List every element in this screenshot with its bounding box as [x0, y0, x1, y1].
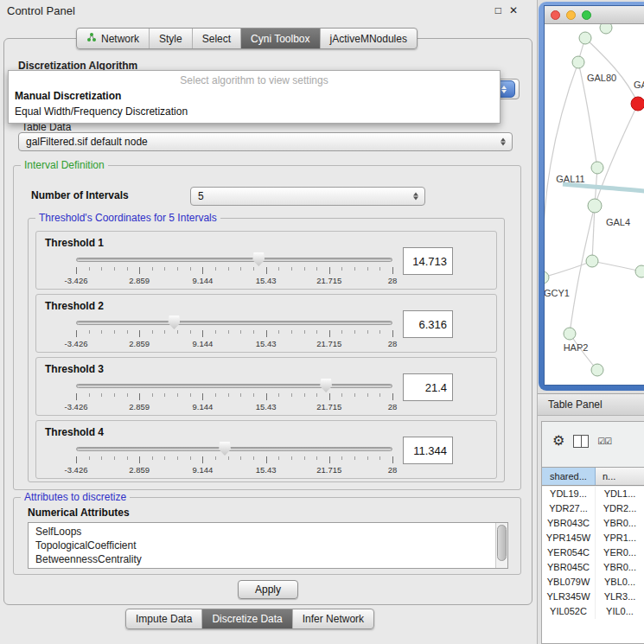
network-node-hap2[interactable] [564, 328, 576, 340]
table-row[interactable]: YER054CYER0... [542, 545, 644, 560]
threshold-4-value-field[interactable]: 11.344 [403, 437, 453, 464]
threshold-3-slider-thumb[interactable] [320, 379, 332, 392]
slider-tick-marks [76, 330, 393, 337]
float-window-icon[interactable]: □ [495, 4, 501, 22]
tab-impute-data[interactable]: Impute Data [126, 609, 201, 628]
cell[interactable]: YLR345W [542, 590, 596, 604]
node-label: GCY1 [545, 288, 570, 298]
table-row[interactable]: YLR345WYLR3... [542, 590, 644, 604]
control-panel: Control Panel □ ✕ Network Style Select C… [0, 0, 538, 644]
slider-scale-label: 15.43 [256, 402, 277, 411]
cell[interactable]: YPR1... [596, 531, 644, 545]
dropdown-option-manual-discretization[interactable]: Manual Discretization [9, 88, 500, 104]
threshold-1-slider-thumb[interactable] [252, 252, 265, 266]
cell[interactable]: YBR043C [542, 516, 596, 531]
slider-scale-label: 2.859 [129, 402, 150, 411]
network-node[interactable] [579, 32, 591, 44]
threshold-1-value-field[interactable]: 14.713 [403, 247, 453, 275]
list-item-topologicalcoefficient[interactable]: TopologicalCoefficient [29, 539, 507, 552]
column-header-name[interactable]: n... [596, 468, 644, 485]
slider-scale-label: 15.43 [256, 465, 277, 475]
threshold-4-slider-thumb[interactable] [219, 442, 231, 456]
close-window-icon[interactable] [551, 10, 560, 20]
network-node[interactable] [635, 265, 644, 277]
selected-red-node[interactable] [631, 97, 644, 111]
table-row[interactable]: YIL052CYIL0... [542, 604, 644, 619]
cell[interactable]: YDL19... [542, 487, 596, 501]
zoom-window-icon[interactable] [582, 10, 591, 20]
algorithm-dropdown-popup: Select algorithm to view settings Manual… [8, 70, 501, 124]
scrollbar-thumb[interactable] [497, 525, 507, 561]
checkbox-filter-icon[interactable]: ☑☑ [597, 437, 611, 446]
table-row[interactable]: YDL19...YDL1... [542, 487, 644, 501]
number-of-intervals-combobox[interactable]: 5 [190, 187, 425, 206]
table-panel: ⚙ ☑☑ shared... n... YDL19...YDL1... YDR2… [538, 416, 644, 644]
cell[interactable]: YBL079W [542, 575, 596, 590]
close-panel-icon[interactable]: ✕ [509, 4, 518, 22]
attributes-group-title: Attributes to discretize [21, 491, 130, 503]
threshold-3-slider[interactable] [76, 384, 392, 388]
slider-scale-label: 28 [388, 276, 398, 285]
tab-infer-network[interactable]: Infer Network [292, 609, 373, 628]
tab-select[interactable]: Select [192, 29, 240, 48]
tab-cyni-toolbox[interactable]: Cyni Toolbox [240, 29, 319, 48]
dropdown-option-equal-width-frequency[interactable]: Equal Width/Frequency Discretization [9, 104, 500, 119]
cell[interactable]: YER054C [542, 545, 596, 560]
network-node[interactable] [586, 255, 598, 267]
table-row[interactable]: YBL079WYBL0... [542, 575, 644, 590]
network-node-gal80[interactable] [572, 56, 584, 68]
network-canvas[interactable]: GAL80 GA GAL11 GAL4 GCY1 HAP2 [545, 24, 644, 385]
threshold-2-slider-thumb[interactable] [168, 316, 180, 329]
gear-icon[interactable]: ⚙ [552, 434, 564, 448]
cell[interactable]: YIL052C [542, 604, 596, 619]
tab-discretize-data[interactable]: Discretize Data [201, 609, 291, 628]
cell[interactable]: YDR27... [542, 501, 596, 516]
cell[interactable]: YBR045C [542, 560, 596, 575]
cell[interactable]: YPR145W [542, 531, 596, 545]
threshold-3-value-field[interactable]: 21.4 [403, 373, 453, 401]
threshold-2-slider[interactable] [76, 321, 392, 325]
threshold-1-slider[interactable] [76, 258, 392, 262]
select-columns-icon[interactable] [573, 435, 589, 448]
table-row[interactable]: YBR045CYBR0... [542, 560, 644, 575]
cell[interactable]: YDL1... [596, 487, 644, 501]
network-node-gal4[interactable] [588, 199, 602, 213]
cell[interactable]: YIL0... [596, 604, 644, 619]
tab-jactivemnodules[interactable]: jActiveMNodules [320, 29, 417, 48]
table-panel-header: Table Panel [538, 393, 644, 416]
threshold-2-value-field[interactable]: 6.316 [403, 310, 453, 338]
table-data-combobox[interactable]: galFiltered.sif default node [18, 132, 513, 151]
list-item-selfloops[interactable]: SelfLoops [29, 525, 507, 539]
list-scrollbar[interactable] [495, 523, 507, 568]
tab-style[interactable]: Style [149, 29, 192, 48]
network-node-gcy1[interactable] [545, 271, 549, 284]
dropdown-placeholder: Select algorithm to view settings [9, 71, 500, 88]
table-row[interactable]: YPR145WYPR1... [542, 531, 644, 545]
table-row[interactable]: YBR043CYBR0... [542, 516, 644, 531]
combo-arrows-icon [413, 193, 418, 201]
slider-scale-label: -3.426 [65, 465, 88, 475]
threshold-4-slider[interactable] [76, 447, 392, 451]
cell[interactable]: YDR2... [596, 501, 644, 516]
threshold-2-panel: Threshold 2 -3.4262.8599.14415.4321.7152… [35, 294, 497, 353]
tab-network[interactable]: Network [77, 29, 149, 48]
network-node[interactable] [600, 24, 612, 34]
cell[interactable]: YBR0... [596, 560, 644, 575]
right-panel: GAL80 GA GAL11 GAL4 GCY1 HAP2 Table Pane… [538, 0, 644, 644]
column-header-shared-name[interactable]: shared... [542, 468, 596, 485]
cell[interactable]: YBR0... [596, 516, 644, 531]
table-row[interactable]: YDR27...YDR2... [542, 501, 644, 516]
minimize-window-icon[interactable] [566, 10, 576, 20]
cell[interactable]: YBL0... [596, 575, 644, 590]
threshold-3-label: Threshold 3 [45, 363, 104, 375]
list-item-betweennesscentrality[interactable]: BetweennessCentrality [29, 552, 507, 566]
node-label: GAL11 [556, 174, 584, 184]
cell[interactable]: YER0... [596, 545, 644, 560]
node-label: GAL4 [606, 217, 630, 227]
apply-button[interactable]: Apply [238, 580, 298, 599]
cell[interactable]: YLR3... [596, 590, 644, 604]
network-node[interactable] [591, 364, 603, 376]
table-data-selected-value: galFiltered.sif default node [26, 136, 148, 148]
threshold-2-label: Threshold 2 [45, 300, 104, 312]
network-node-gal11[interactable] [591, 162, 603, 174]
